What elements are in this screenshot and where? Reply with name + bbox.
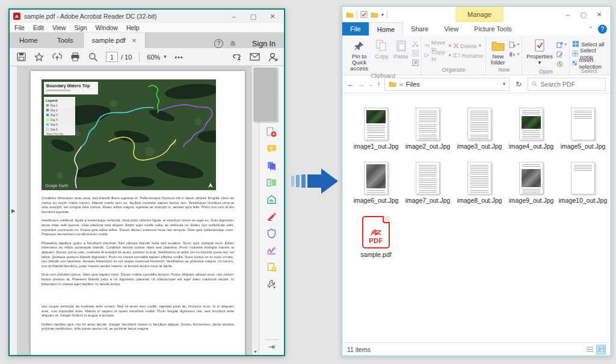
file-item[interactable]: image2_out.Jpg — [402, 99, 453, 150]
more-tools-icon[interactable] — [263, 276, 281, 292]
page-number-input[interactable]: 1 — [106, 52, 118, 62]
compress-pdf-icon[interactable] — [263, 191, 281, 208]
save-icon[interactable] — [16, 52, 26, 63]
more-tools-ellipsis[interactable]: ••• — [174, 54, 183, 61]
help-icon[interactable]: ? — [214, 39, 223, 48]
certificates-sign-icon[interactable] — [263, 242, 281, 258]
comment-icon[interactable] — [263, 141, 281, 157]
scrollbar-thumb[interactable] — [253, 67, 277, 122]
notifications-bell-icon[interactable]: 🔔︎ — [229, 40, 236, 48]
forward-icon[interactable]: → — [358, 80, 365, 88]
invert-selection-button[interactable]: Invert selection — [572, 59, 606, 67]
stamp-icon[interactable] — [263, 259, 281, 275]
ribbon-tab-picture-tools[interactable]: Picture Tools — [466, 22, 520, 35]
recent-locations-icon[interactable]: ⌄ — [369, 81, 374, 87]
qat-customize-icon[interactable]: ▾ — [381, 12, 384, 17]
menu-file[interactable]: File — [14, 24, 25, 31]
folder-icon[interactable] — [346, 11, 354, 18]
menu-edit[interactable]: Edit — [33, 24, 44, 31]
thumbnail-view-icon[interactable] — [596, 345, 606, 354]
cut-button[interactable] — [412, 39, 419, 48]
menu-window[interactable]: Window — [96, 24, 118, 31]
details-view-icon[interactable] — [585, 345, 594, 354]
zoom-control[interactable]: 60% ▼ — [147, 54, 167, 61]
file-item[interactable]: image8_out.Jpg — [454, 153, 505, 204]
file-item[interactable]: image10_out.Jpg — [558, 153, 608, 204]
pin-to-quick-access-button[interactable]: Pin to Quick access — [347, 38, 371, 72]
address-dropdown-icon[interactable]: ▾ — [503, 81, 505, 87]
file-item[interactable]: image1_out.Jpg — [351, 99, 401, 150]
properties-dropdown-icon[interactable]: ▾ — [538, 60, 541, 66]
breadcrumb-chevron[interactable]: « — [399, 81, 403, 88]
document-area[interactable]: Boundary Waters Trip Legend Day 1 Day 2 … — [17, 66, 251, 355]
open-button[interactable]: ▾ — [556, 40, 567, 49]
explorer-maximize-button[interactable]: ▢ — [576, 9, 591, 20]
menu-view[interactable]: View — [52, 24, 66, 31]
tab-tools[interactable]: Tools — [48, 32, 83, 48]
history-button[interactable] — [556, 60, 567, 68]
properties-check-icon[interactable] — [360, 11, 368, 18]
ribbon-tab-file[interactable]: File — [342, 22, 369, 35]
tab-close-icon[interactable]: ✕ — [132, 37, 137, 44]
ribbon-tab-view[interactable]: View — [436, 22, 466, 35]
search-box[interactable] — [528, 78, 606, 91]
star-icon[interactable] — [34, 52, 45, 63]
search-input[interactable] — [541, 81, 602, 88]
create-pdf-icon[interactable] — [263, 124, 281, 140]
account-person-icon[interactable] — [267, 52, 278, 63]
ribbon-tab-home[interactable]: Home — [369, 22, 403, 35]
expand-tools-panel-icon[interactable]: ⇥ — [268, 342, 275, 351]
file-item[interactable]: image6_out.Jpg — [351, 153, 401, 204]
maximize-button[interactable]: ▢ — [245, 11, 261, 22]
share-link-icon[interactable] — [231, 52, 242, 63]
new-folder-qat-icon[interactable] — [371, 11, 378, 18]
nav-pane-expander[interactable]: ▶ — [10, 66, 17, 355]
properties-button[interactable]: Properties ▾ — [525, 38, 554, 66]
zoom-dropdown-icon[interactable]: ▼ — [162, 54, 167, 60]
sign-in-button[interactable]: Sign In — [244, 40, 284, 48]
file-list[interactable]: image1_out.Jpg image2_out.Jpg image3_out… — [342, 93, 611, 342]
rename-button[interactable]: Rename — [453, 51, 484, 60]
menu-help[interactable]: Help — [126, 24, 140, 31]
file-item[interactable]: image9_out.Jpg — [506, 153, 556, 204]
explorer-help-icon[interactable]: ? — [598, 25, 607, 34]
vertical-scrollbar[interactable]: ▼ — [251, 66, 259, 355]
new-folder-button[interactable]: New folder — [488, 38, 507, 66]
file-item[interactable]: image4_out.Jpg — [506, 99, 556, 150]
tab-document[interactable]: sample.pdf ✕ — [83, 32, 146, 48]
file-item[interactable]: image7_out.Jpg — [402, 153, 453, 204]
ribbon-tab-share[interactable]: Share — [403, 22, 436, 35]
copy-to-button[interactable]: Copy to▾ — [424, 51, 451, 60]
search-icon[interactable] — [88, 52, 99, 63]
fill-sign-icon[interactable] — [263, 208, 281, 224]
close-button[interactable]: ✕ — [265, 11, 280, 22]
organize-pages-icon[interactable] — [263, 174, 281, 191]
collapse-ribbon-icon[interactable]: ⌃ — [584, 26, 598, 32]
protect-icon[interactable] — [263, 225, 281, 241]
tab-home[interactable]: Home — [10, 32, 48, 48]
file-item[interactable]: PDF sample.pdf — [351, 208, 401, 258]
paste-button[interactable]: Paste — [392, 38, 410, 60]
explorer-minimize-button[interactable]: – — [560, 9, 576, 20]
scroll-down-icon[interactable]: ▼ — [252, 350, 259, 354]
copy-button[interactable]: Copy — [373, 38, 390, 60]
edit-button[interactable] — [556, 50, 567, 58]
refresh-icon[interactable]: ↻ — [513, 80, 524, 88]
new-item-button[interactable]: ▾ — [509, 40, 520, 49]
print-icon[interactable] — [70, 52, 81, 63]
paste-shortcut-button[interactable] — [412, 58, 419, 67]
email-icon[interactable] — [249, 52, 260, 63]
up-icon[interactable]: ↑ — [377, 80, 381, 88]
file-item[interactable]: image3_out.Jpg — [454, 99, 505, 150]
menu-sign[interactable]: Sign — [75, 24, 87, 31]
copy-path-button[interactable]: W — [412, 49, 419, 57]
breadcrumb-path[interactable]: Files — [406, 81, 420, 88]
manage-contextual-tab[interactable]: Manage — [455, 7, 504, 22]
combine-files-icon[interactable] — [263, 158, 281, 174]
easy-access-button[interactable]: ▾ — [509, 50, 520, 58]
back-icon[interactable]: ← — [347, 80, 354, 88]
minimize-button[interactable]: – — [226, 11, 242, 22]
delete-button[interactable]: Delete▾ — [453, 42, 484, 50]
explorer-close-button[interactable]: ✕ — [591, 9, 607, 20]
share-upload-icon[interactable] — [52, 52, 63, 63]
